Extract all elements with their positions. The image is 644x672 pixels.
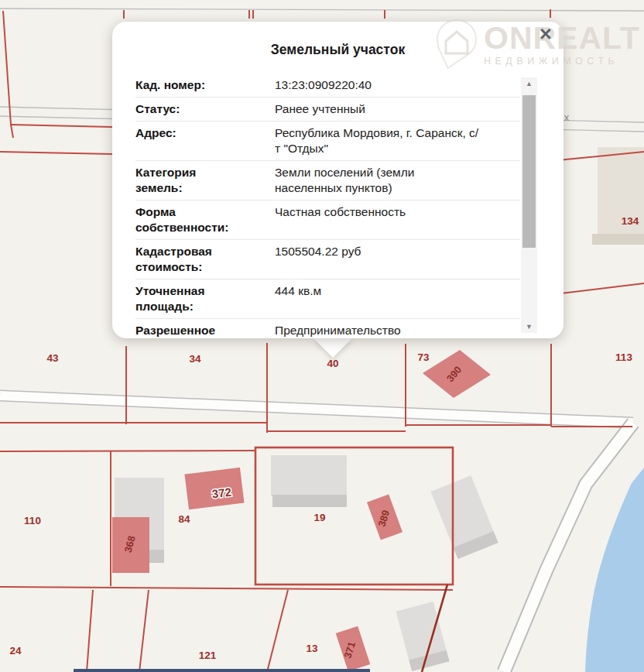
parcel-label-372: 372 xyxy=(211,485,232,501)
row-value: Частная собственность xyxy=(275,204,520,235)
scrollbar-up-arrow-icon[interactable]: ▲ xyxy=(521,77,537,90)
parcel-label-110: 110 xyxy=(24,515,41,526)
building-gray-84-shade xyxy=(148,550,164,563)
parcel-label-24: 24 xyxy=(9,645,22,657)
row-cadastral-value: Кадастровая стоимость: 1505504.22 руб xyxy=(135,239,520,279)
row-label: Форма собственности: xyxy=(135,204,275,235)
row-value: Ранее учтенный xyxy=(275,101,520,117)
popup-title: Земельный участок xyxy=(112,42,564,58)
row-label: Разрешенное xyxy=(135,323,275,338)
row-value: Республика Мордовия, г. Саранск, с/ т "О… xyxy=(275,125,520,156)
popup-scrollbar[interactable]: ▲ ▼ xyxy=(521,77,537,333)
parcel-label-19: 19 xyxy=(313,512,325,523)
building-134-shade xyxy=(592,234,644,245)
row-permitted-use: Разрешенное Предпринимательство xyxy=(135,318,520,342)
row-label: Статус: xyxy=(135,101,275,117)
row-label: Кад. номер: xyxy=(135,77,275,93)
road-x-marker: x xyxy=(564,111,570,123)
building-gray-19 xyxy=(271,455,347,496)
parcel-info-popup: Земельный участок Кад. номер: 13:23:0909… xyxy=(112,22,564,338)
row-value: 444 кв.м xyxy=(275,283,520,314)
parcel-label-34: 34 xyxy=(189,353,201,365)
scrollbar-down-arrow-icon[interactable]: ▼ xyxy=(521,321,537,333)
parcel-label-113: 113 xyxy=(615,351,632,363)
row-label: Адрес: xyxy=(135,125,275,156)
row-value: 13:23:0909220:40 xyxy=(275,77,520,93)
building-gray-19-shade xyxy=(272,495,347,507)
close-button[interactable]: × xyxy=(536,26,555,44)
row-label: Уточненная площадь: xyxy=(135,283,275,314)
row-cadastral-number: Кад. номер: 13:23:0909220:40 xyxy=(135,74,520,97)
row-specified-area: Уточненная площадь: 444 кв.м xyxy=(135,279,520,318)
row-status: Статус: Ранее учтенный xyxy=(135,97,520,121)
parcel-label-121: 121 xyxy=(199,650,217,661)
row-value: Предпринимательство xyxy=(275,323,520,338)
parcel-label-134: 134 xyxy=(622,215,639,227)
parcel-label-43: 43 xyxy=(46,352,59,364)
parcel-label-13: 13 xyxy=(306,643,318,654)
row-value: Земли поселений (земли населенных пункто… xyxy=(275,165,520,196)
scrollbar-thumb[interactable] xyxy=(522,95,536,248)
parcel-attributes: Кад. номер: 13:23:0909220:40 Статус: Ран… xyxy=(135,74,520,342)
row-land-category: Категория земель: Земли поселений (земли… xyxy=(135,160,520,200)
row-ownership-form: Форма собственности: Частная собственнос… xyxy=(135,200,520,239)
row-address: Адрес: Республика Мордовия, г. Саранск, … xyxy=(135,121,520,160)
parcel-label-40: 40 xyxy=(327,358,338,369)
parcel-label-73: 73 xyxy=(417,351,430,363)
row-label: Категория земель: xyxy=(135,165,275,196)
row-label: Кадастровая стоимость: xyxy=(135,244,275,275)
row-value: 1505504.22 руб xyxy=(275,244,520,275)
parcel-label-84: 84 xyxy=(178,513,190,525)
